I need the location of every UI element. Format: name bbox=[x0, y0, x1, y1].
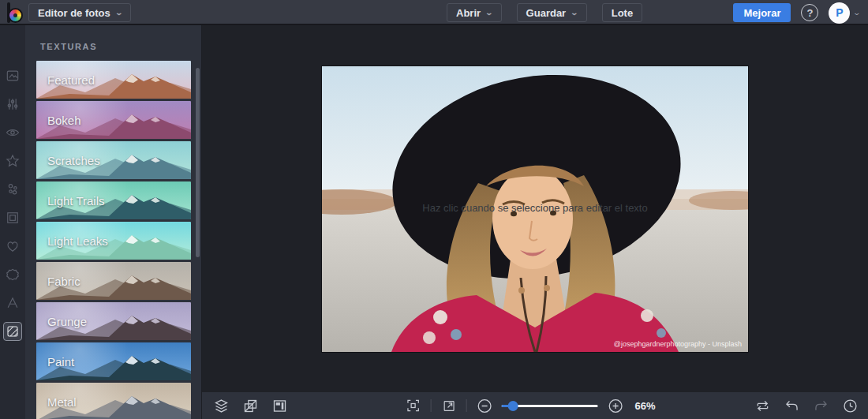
history-clock-icon[interactable] bbox=[841, 397, 859, 414]
tool-effects-eye-icon[interactable] bbox=[3, 123, 22, 142]
texture-item-label: Bokeh bbox=[47, 114, 81, 127]
textures-panel: TEXTURAS Featured Bokeh Scratches bbox=[25, 25, 202, 419]
texture-item-fabric[interactable]: Fabric bbox=[36, 262, 191, 300]
photo-watermark: @josephgardnerphotography - Unsplash bbox=[614, 340, 742, 348]
texture-list: Featured Bokeh Scratches Light Trails bbox=[36, 61, 191, 419]
panel-scrollbar-thumb[interactable] bbox=[196, 68, 200, 257]
bottombar-right bbox=[754, 392, 859, 419]
upgrade-button[interactable]: Mejorar bbox=[733, 3, 791, 22]
texture-item-label: Featured bbox=[47, 73, 95, 87]
undo-icon[interactable] bbox=[783, 397, 800, 414]
panel-title: TEXTURAS bbox=[40, 42, 201, 51]
tool-overlays-heart-icon[interactable] bbox=[3, 237, 22, 256]
zoom-percentage: 66% bbox=[635, 400, 656, 412]
fullscreen-icon[interactable] bbox=[440, 397, 458, 414]
topbar-center-menus: Abrir ⌄ Guardar ⌄ Lote bbox=[447, 3, 642, 22]
befunky-logo-icon[interactable] bbox=[7, 2, 24, 23]
texture-item-label: Scratches bbox=[47, 154, 100, 167]
crop-rotate-icon[interactable] bbox=[241, 397, 259, 414]
canvas-area: Haz clic cuando se seleccione para edita… bbox=[202, 25, 868, 392]
photo-image[interactable]: Haz clic cuando se seleccione para edita… bbox=[322, 66, 748, 352]
help-button[interactable]: ? bbox=[801, 4, 818, 21]
texture-item-light-trails[interactable]: Light Trails bbox=[36, 181, 191, 219]
tool-frames-icon[interactable] bbox=[3, 208, 22, 227]
texture-item-featured[interactable]: Featured bbox=[36, 61, 191, 99]
tool-textures-icon[interactable] bbox=[3, 322, 22, 341]
chevron-down-icon: ⌄ bbox=[853, 9, 862, 17]
save-menu-button[interactable]: Guardar ⌄ bbox=[517, 3, 587, 22]
account-menu[interactable]: P ⌄ bbox=[829, 2, 860, 24]
editor-mode-menu[interactable]: Editor de fotos ⌄ bbox=[28, 3, 131, 22]
bottombar-center: 66% bbox=[405, 392, 656, 419]
zoom-out-button[interactable] bbox=[476, 397, 493, 414]
texture-item-grunge[interactable]: Grunge bbox=[36, 302, 191, 340]
chevron-down-icon: ⌄ bbox=[114, 9, 123, 17]
texture-item-label: Fabric bbox=[47, 275, 80, 288]
chevron-down-icon: ⌄ bbox=[485, 9, 494, 17]
zoom-slider-thumb[interactable] bbox=[508, 401, 518, 411]
editor-mode-label: Editor de fotos bbox=[38, 7, 110, 19]
bottombar-left bbox=[212, 392, 288, 419]
tool-artsy-star-icon[interactable] bbox=[3, 152, 22, 170]
avatar: P bbox=[829, 2, 850, 24]
tool-graphics-dots-icon[interactable] bbox=[3, 180, 22, 199]
fit-to-screen-icon[interactable] bbox=[405, 397, 422, 414]
texture-item-bokeh[interactable]: Bokeh bbox=[36, 101, 191, 139]
texture-item-paint[interactable]: Paint bbox=[36, 342, 191, 380]
texture-item-label: Light Leaks bbox=[47, 234, 108, 248]
zoom-slider[interactable] bbox=[502, 400, 598, 411]
texture-item-scratches[interactable]: Scratches bbox=[36, 141, 191, 179]
texture-item-label: Light Trails bbox=[47, 194, 105, 208]
texture-item-label: Grunge bbox=[47, 315, 87, 328]
topbar-right: Mejorar ? P ⌄ bbox=[733, 0, 860, 25]
text-layer-placeholder[interactable]: Haz clic cuando se seleccione para edita… bbox=[322, 202, 748, 214]
open-menu-button[interactable]: Abrir ⌄ bbox=[447, 3, 502, 22]
tool-adjust-sliders-icon[interactable] bbox=[3, 95, 22, 114]
texture-item-label: Paint bbox=[47, 355, 74, 368]
compare-before-after-icon[interactable] bbox=[754, 397, 771, 414]
tool-badge-seal-icon[interactable] bbox=[3, 265, 22, 284]
top-bar: Editor de fotos ⌄ Abrir ⌄ Guardar ⌄ Lote… bbox=[0, 0, 868, 25]
layout-template-icon[interactable] bbox=[271, 397, 288, 414]
texture-item-light-leaks[interactable]: Light Leaks bbox=[36, 222, 191, 260]
bottom-toolbar: 66% bbox=[202, 392, 868, 419]
zoom-in-button[interactable] bbox=[607, 397, 624, 414]
open-label: Abrir bbox=[456, 7, 481, 19]
texture-item-label: Metal bbox=[47, 395, 77, 409]
batch-button[interactable]: Lote bbox=[602, 3, 642, 22]
chevron-down-icon: ⌄ bbox=[571, 9, 579, 17]
save-label: Guardar bbox=[526, 7, 567, 19]
tool-text-icon[interactable] bbox=[3, 294, 22, 312]
tool-edit-image-icon[interactable] bbox=[3, 66, 22, 85]
layers-icon[interactable] bbox=[212, 397, 230, 414]
texture-item-metal[interactable]: Metal bbox=[36, 383, 191, 419]
tool-rail bbox=[0, 25, 25, 419]
redo-icon[interactable] bbox=[812, 397, 829, 414]
batch-label: Lote bbox=[612, 7, 633, 19]
